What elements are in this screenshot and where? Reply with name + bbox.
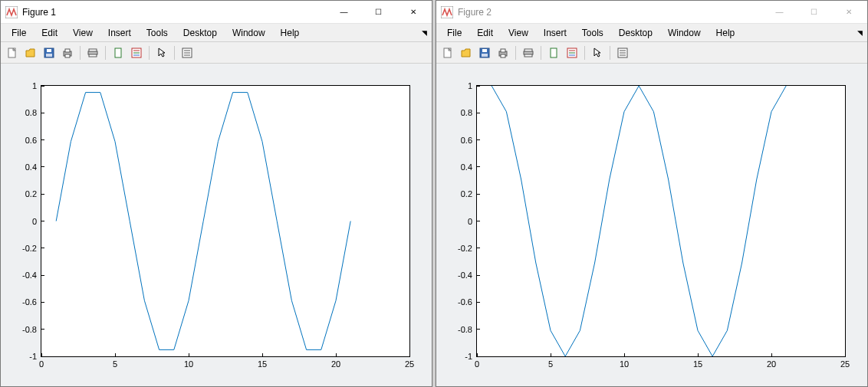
y-tick-label: -0.6 bbox=[458, 297, 477, 307]
pointer-icon[interactable] bbox=[589, 44, 606, 61]
x-tick-label: 10 bbox=[620, 356, 629, 369]
y-tick-label: 0.6 bbox=[461, 136, 477, 145]
y-tick-label: 0.2 bbox=[461, 189, 477, 198]
y-tick-label: -0.2 bbox=[22, 244, 41, 253]
menu-overflow-icon[interactable]: ◥ bbox=[857, 29, 863, 37]
y-tick-label: -0.4 bbox=[22, 271, 41, 280]
svg-rect-7 bbox=[65, 54, 70, 57]
plot-area: -1-0.8-0.6-0.4-0.200.20.40.60.8105101520… bbox=[1, 64, 432, 386]
app-icon bbox=[441, 6, 453, 18]
x-tick-label: 20 bbox=[767, 356, 776, 369]
save-icon[interactable] bbox=[41, 44, 58, 61]
menu-tools[interactable]: Tools bbox=[139, 25, 176, 41]
print-preview-icon[interactable] bbox=[84, 44, 101, 61]
print-icon[interactable] bbox=[59, 44, 76, 61]
maximize-button[interactable]: ☐ bbox=[797, 2, 831, 23]
x-tick-label: 25 bbox=[405, 356, 414, 369]
y-tick-label: -0.4 bbox=[458, 271, 477, 280]
y-tick-label: 0.6 bbox=[25, 136, 41, 145]
toolbar-separator bbox=[149, 46, 150, 60]
menu-overflow-icon[interactable]: ◥ bbox=[422, 29, 427, 37]
menu-tools[interactable]: Tools bbox=[574, 25, 611, 41]
svg-rect-22 bbox=[482, 49, 487, 52]
open-folder-icon[interactable] bbox=[22, 44, 39, 61]
save-icon[interactable] bbox=[476, 44, 493, 61]
toolbar-separator bbox=[541, 46, 541, 60]
axes[interactable]: -1-0.8-0.6-0.4-0.200.20.40.60.8105101520… bbox=[476, 85, 846, 357]
y-tick-label: -0.6 bbox=[22, 297, 41, 307]
toolbar-separator bbox=[105, 46, 106, 60]
menu-insert[interactable]: Insert bbox=[100, 25, 139, 41]
new-file-icon[interactable] bbox=[439, 44, 456, 61]
toolbar-separator bbox=[610, 46, 610, 60]
menu-file[interactable]: File bbox=[439, 25, 469, 41]
y-tick-label: 0.4 bbox=[461, 162, 477, 172]
figure-title: Figure 2 bbox=[458, 7, 762, 18]
close-button[interactable]: ✕ bbox=[396, 2, 430, 23]
x-tick-label: 5 bbox=[548, 356, 553, 369]
svg-rect-28 bbox=[524, 51, 533, 54]
menu-view[interactable]: View bbox=[65, 25, 100, 41]
toolbar bbox=[1, 42, 432, 64]
y-tick-label: 0.4 bbox=[25, 162, 41, 172]
titlebar[interactable]: Figure 2 — ☐ ✕ bbox=[436, 1, 867, 24]
properties-icon[interactable] bbox=[179, 44, 196, 61]
menu-window[interactable]: Window bbox=[225, 25, 273, 41]
x-tick-label: 10 bbox=[184, 356, 193, 369]
menu-help[interactable]: Help bbox=[273, 25, 307, 41]
app-icon bbox=[5, 6, 18, 18]
menubar: File Edit View Insert Tools Desktop Wind… bbox=[1, 24, 432, 42]
figure-window-2: Figure 2 — ☐ ✕ File Edit View Insert Too… bbox=[436, 0, 868, 387]
maximize-button[interactable]: ☐ bbox=[361, 2, 396, 23]
x-tick-label: 15 bbox=[258, 356, 267, 369]
menu-insert[interactable]: Insert bbox=[536, 25, 574, 41]
minimize-button[interactable]: — bbox=[327, 2, 361, 23]
print-preview-icon[interactable] bbox=[520, 44, 537, 61]
svg-rect-23 bbox=[482, 54, 488, 57]
x-tick-label: 0 bbox=[475, 356, 479, 369]
y-tick-label: 0.8 bbox=[461, 108, 477, 117]
menu-desktop[interactable]: Desktop bbox=[176, 25, 225, 41]
properties-icon[interactable] bbox=[614, 44, 631, 61]
x-tick-label: 0 bbox=[39, 356, 44, 369]
menu-desktop[interactable]: Desktop bbox=[611, 25, 660, 41]
menubar: File Edit View Insert Tools Desktop Wind… bbox=[436, 24, 867, 42]
menu-help[interactable]: Help bbox=[709, 25, 743, 41]
doc-tool-icon[interactable] bbox=[545, 44, 562, 61]
svg-rect-9 bbox=[88, 51, 97, 54]
menu-file[interactable]: File bbox=[4, 25, 34, 41]
menu-view[interactable]: View bbox=[501, 25, 536, 41]
toolbar-separator bbox=[515, 46, 516, 60]
y-tick-label: -0.8 bbox=[458, 325, 477, 334]
new-file-icon[interactable] bbox=[4, 44, 21, 61]
figure-window-1: Figure 1 — ☐ ✕ File Edit View Insert Too… bbox=[0, 0, 432, 387]
open-folder-icon[interactable] bbox=[458, 44, 475, 61]
plot-area: -1-0.8-0.6-0.4-0.200.20.40.60.8105101520… bbox=[436, 64, 867, 386]
x-tick-label: 20 bbox=[331, 356, 340, 369]
toolbar-separator bbox=[584, 46, 585, 60]
close-button[interactable]: ✕ bbox=[831, 2, 866, 23]
svg-rect-29 bbox=[551, 48, 557, 57]
datatip-tool-icon[interactable] bbox=[128, 44, 145, 61]
svg-rect-26 bbox=[501, 54, 505, 57]
menu-edit[interactable]: Edit bbox=[34, 25, 65, 41]
menu-edit[interactable]: Edit bbox=[469, 25, 501, 41]
titlebar[interactable]: Figure 1 — ☐ ✕ bbox=[1, 1, 432, 24]
axes[interactable]: -1-0.8-0.6-0.4-0.200.20.40.60.8105101520… bbox=[41, 85, 410, 357]
print-icon[interactable] bbox=[495, 44, 511, 61]
toolbar-separator bbox=[80, 46, 81, 60]
toolbar bbox=[436, 42, 867, 64]
x-tick-label: 5 bbox=[113, 356, 117, 369]
y-tick-label: 0.2 bbox=[25, 189, 41, 198]
figure-title: Figure 1 bbox=[22, 7, 327, 18]
menu-window[interactable]: Window bbox=[660, 25, 709, 41]
y-tick-label: -0.8 bbox=[22, 325, 41, 334]
svg-rect-3 bbox=[47, 49, 51, 52]
pointer-icon[interactable] bbox=[153, 44, 170, 61]
minimize-button[interactable]: — bbox=[762, 2, 797, 23]
svg-rect-6 bbox=[65, 49, 70, 52]
doc-tool-icon[interactable] bbox=[110, 44, 127, 61]
x-tick-label: 15 bbox=[693, 356, 702, 369]
svg-rect-4 bbox=[46, 54, 52, 57]
datatip-tool-icon[interactable] bbox=[564, 44, 580, 61]
